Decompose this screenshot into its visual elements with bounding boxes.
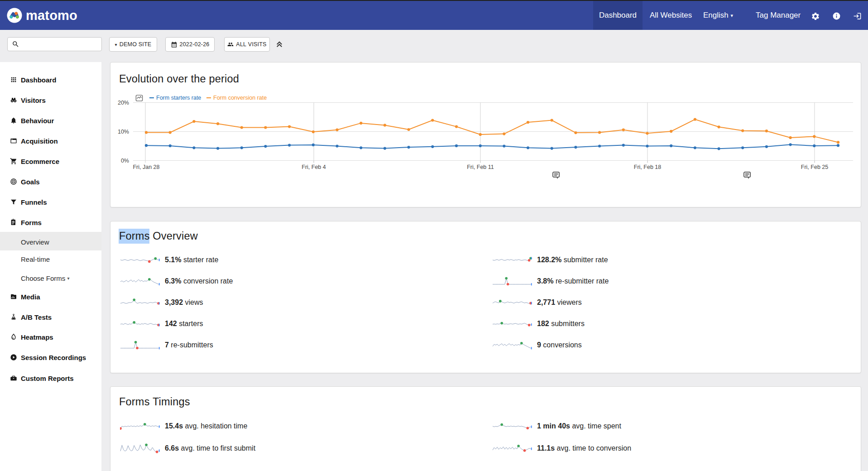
svg-text:Fri, Jan 28: Fri, Jan 28 xyxy=(133,164,159,170)
svg-text:Fri, Feb 25: Fri, Feb 25 xyxy=(801,164,828,170)
svg-text:10%: 10% xyxy=(118,129,129,135)
svg-text:Fri, Feb 4: Fri, Feb 4 xyxy=(302,164,326,170)
svg-text:20%: 20% xyxy=(118,100,129,106)
svg-text:Fri, Feb 11: Fri, Feb 11 xyxy=(467,164,494,170)
svg-text:Fri, Feb 18: Fri, Feb 18 xyxy=(634,164,661,170)
svg-text:0%: 0% xyxy=(121,158,129,164)
